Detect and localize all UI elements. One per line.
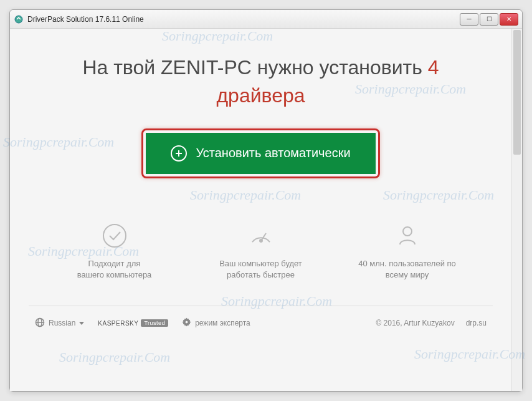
footer-right: © 2016, Artur Kuzyakov drp.su: [376, 319, 487, 327]
features-row: Подходит для вашего компьютера Ваш компь…: [29, 222, 493, 281]
vertical-scrollbar[interactable]: [511, 29, 522, 391]
maximize-button[interactable]: ☐: [480, 13, 498, 26]
svg-point-3: [260, 239, 262, 242]
outer-frame: DriverPack Solution 17.6.11 Online ─ ☐ ✕…: [0, 0, 532, 401]
check-circle-icon: [101, 222, 128, 249]
headline-suffix: драйвера: [29, 82, 493, 110]
window-title: DriverPack Solution 17.6.11 Online: [27, 15, 460, 24]
footer: Russian KASPERSKY Trusted режим эксперта: [29, 306, 493, 336]
svg-point-1: [103, 225, 126, 247]
language-selector[interactable]: Russian: [35, 317, 84, 329]
feature-text: Ваш компьютер будет: [188, 258, 334, 269]
feature-text: вашего компьютера: [41, 269, 188, 281]
app-window: DriverPack Solution 17.6.11 Online ─ ☐ ✕…: [9, 9, 523, 392]
trusted-badge: Trusted: [141, 319, 168, 327]
site-link[interactable]: drp.su: [466, 319, 487, 327]
headline-prefix: На твой ZENIT-PC нужно установить: [82, 56, 422, 79]
footer-left: Russian KASPERSKY Trusted режим эксперта: [35, 317, 362, 329]
expert-mode-link[interactable]: режим эксперта: [182, 317, 250, 329]
svg-point-8: [185, 321, 188, 324]
svg-point-4: [403, 227, 412, 236]
install-auto-button[interactable]: Установить автоматически: [146, 133, 375, 174]
close-button[interactable]: ✕: [500, 13, 518, 26]
headline: На твой ZENIT-PC нужно установить 4 драй…: [29, 54, 493, 110]
kaspersky-badge: KASPERSKY Trusted: [98, 319, 168, 327]
scroll-thumb[interactable]: [513, 30, 521, 155]
feature-users: 40 млн. пользователей по всему миру: [334, 222, 480, 281]
app-icon: [14, 14, 24, 24]
feature-compatible: Подходит для вашего компьютера: [41, 222, 188, 281]
user-icon: [394, 222, 421, 249]
titlebar: DriverPack Solution 17.6.11 Online ─ ☐ ✕: [10, 10, 522, 29]
content-area: На твой ZENIT-PC нужно установить 4 драй…: [10, 29, 522, 391]
driver-count: 4: [428, 56, 439, 79]
install-icon: [171, 145, 187, 162]
feature-text: 40 млн. пользователей по: [334, 258, 480, 269]
install-button-label: Установить автоматически: [196, 146, 350, 160]
feature-text: Подходит для: [41, 258, 188, 269]
expert-mode-label: режим эксперта: [195, 319, 250, 327]
minimize-button[interactable]: ─: [460, 13, 478, 26]
gear-icon: [182, 317, 191, 329]
language-label: Russian: [49, 319, 75, 327]
copyright: © 2016, Artur Kuzyakov: [376, 319, 454, 327]
svg-point-0: [15, 16, 22, 23]
install-button-highlight: Установить автоматически: [141, 128, 379, 178]
feature-text: работать быстрее: [188, 269, 334, 281]
kaspersky-label: KASPERSKY: [98, 320, 138, 327]
feature-faster: Ваш компьютер будет работать быстрее: [188, 222, 334, 281]
chevron-down-icon: [79, 322, 84, 325]
feature-text: всему миру: [334, 269, 480, 281]
gauge-icon: [247, 222, 275, 249]
globe-icon: [35, 317, 45, 329]
main-content: На твой ZENIT-PC нужно установить 4 драй…: [10, 29, 511, 391]
window-controls: ─ ☐ ✕: [460, 13, 518, 26]
